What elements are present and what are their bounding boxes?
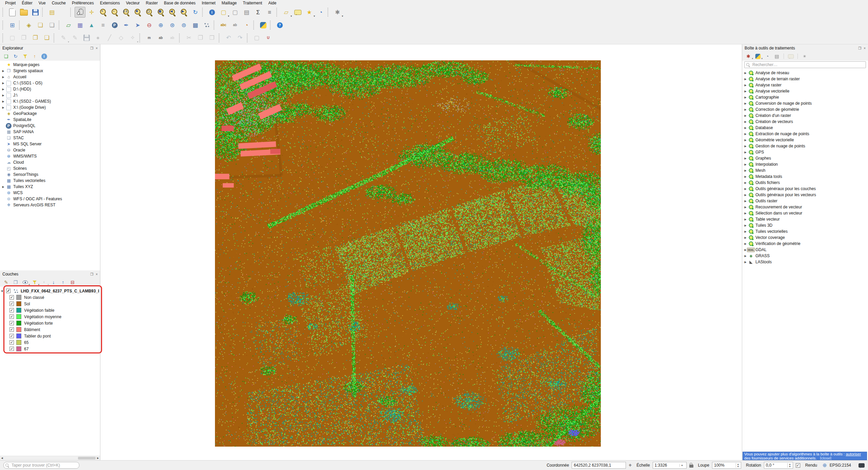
expand-icon[interactable]: ▶ xyxy=(743,169,748,172)
algorithm-group-cartographie[interactable]: ▶Cartographie xyxy=(742,94,868,100)
zoom-last-button[interactable]: ◀ xyxy=(167,7,178,18)
snapping-options-button[interactable]: U xyxy=(263,33,274,43)
statistical-summary-button[interactable]: ≡ xyxy=(264,7,275,18)
add-vector-layer-button[interactable]: ▱ xyxy=(63,20,74,30)
toolbar-grip[interactable] xyxy=(328,8,331,17)
deselect-features-button[interactable]: ▢ xyxy=(230,7,240,18)
class-checkbox[interactable]: ✓ xyxy=(9,340,14,345)
algorithm-group-verification-de-geometrie[interactable]: ▶Vérification de géométrie xyxy=(742,241,868,247)
add-mesh-layer-button[interactable]: ▲ xyxy=(86,20,97,30)
add-polygon-feature-button[interactable]: ◇ xyxy=(116,33,126,43)
browser-item-scenes[interactable]: ◰Scènes xyxy=(0,165,100,171)
toolbar-grip[interactable] xyxy=(2,21,5,29)
browser-item-wcs[interactable]: ⊛WCS xyxy=(0,190,100,196)
browser-item-ms-sql-server[interactable]: ➤MS SQL Server xyxy=(0,141,100,147)
expand-icon[interactable]: ▶ xyxy=(743,181,748,184)
toolbar-grip[interactable] xyxy=(219,34,222,42)
scale-combobox[interactable]: 1:3326 ▾ xyxy=(653,462,687,469)
map-tips-button[interactable] xyxy=(292,7,303,18)
labeling-button[interactable]: abc xyxy=(218,20,229,30)
remove-layer-button[interactable]: ⊟ xyxy=(68,278,77,286)
expand-icon[interactable]: ▶ xyxy=(743,108,748,111)
cut-features-button[interactable]: ✂ xyxy=(183,33,194,43)
algorithm-group-outils-generaux-pour-les-vecteurs[interactable]: ▶Outils généraux pour les vecteurs xyxy=(742,192,868,198)
expand-icon[interactable]: ▶ xyxy=(1,100,5,103)
add-group-button[interactable]: ❐ xyxy=(12,278,20,286)
browser-item-signets-spatiaux[interactable]: ▶❒Signets spatiaux xyxy=(0,68,100,74)
style-manager-button[interactable] xyxy=(58,7,69,18)
browser-item-c-ssd1-os[interactable]: ▶C:\ (SSD1 - OS) xyxy=(0,80,100,86)
legend-class-batiment[interactable]: ✓Bâtiment xyxy=(0,326,100,333)
menu-raster[interactable]: Raster xyxy=(143,0,161,6)
options-button[interactable]: ✱▾ xyxy=(332,7,343,18)
algorithm-group-geometrie-vectorielle[interactable]: ▶Géométrie vectorielle xyxy=(742,137,868,143)
add-postgis-layer-button[interactable]: P xyxy=(109,20,120,30)
expand-icon[interactable]: ▶ xyxy=(1,185,5,188)
expand-icon[interactable]: ▶ xyxy=(1,76,5,79)
browser-item-geopackage[interactable]: ◈GeoPackage xyxy=(0,110,100,117)
expand-icon[interactable]: ▶ xyxy=(743,206,748,209)
add-selected-layers-button[interactable]: ❏ xyxy=(2,52,10,60)
algorithm-group-gdal[interactable]: ▶GDALGDAL xyxy=(742,247,868,253)
expand-icon[interactable]: ▶ xyxy=(1,82,5,85)
expand-icon[interactable]: ▶ xyxy=(743,145,748,148)
expand-icon[interactable]: ▶ xyxy=(743,187,748,190)
add-raster-layer-button[interactable]: ▦ xyxy=(75,20,85,30)
class-checkbox[interactable]: ✓ xyxy=(9,347,14,351)
manage-map-themes-button[interactable]: ▾ xyxy=(21,278,29,286)
toolbar-grip[interactable] xyxy=(179,34,182,42)
algorithm-group-selection-dans-un-vecteur[interactable]: ▶Sélection dans un vecteur xyxy=(742,210,868,216)
new-print-layout-button[interactable]: ▤ xyxy=(46,7,57,18)
toolbar-grip[interactable] xyxy=(19,21,22,29)
refresh-map-button[interactable]: ↻ xyxy=(190,7,201,18)
current-edits-button[interactable]: ✎▾ xyxy=(58,33,69,43)
expand-icon[interactable]: ▶ xyxy=(743,242,748,245)
new-geopackage-button[interactable]: ◈ xyxy=(23,20,34,30)
menu-aide[interactable]: Aide xyxy=(265,0,279,6)
data-source-manager-button[interactable]: ⊞ xyxy=(7,20,18,30)
zoom-out-button[interactable]: − xyxy=(109,7,120,18)
refresh-browser-button[interactable]: ↻ xyxy=(12,52,20,60)
layers-horizontal-scrollbar[interactable]: ◀ ▶ xyxy=(0,456,100,460)
toolbar-grip[interactable] xyxy=(2,8,5,17)
expand-icon[interactable]: ▶ xyxy=(743,90,748,93)
browser-item-cloud[interactable]: ☁Cloud xyxy=(0,159,100,165)
menu-vue[interactable]: Vue xyxy=(36,0,49,6)
new-spatial-bookmark-button[interactable]: ★▾ xyxy=(304,7,315,18)
algorithm-group-graphes[interactable]: ▶Graphes xyxy=(742,155,868,161)
algorithm-group-lastools[interactable]: ▶◣LAStools xyxy=(742,259,868,265)
browser-item-tuiles-vectorielles[interactable]: ▦Tuiles vectorielles xyxy=(0,178,100,184)
new-shapefile-button[interactable]: ❏ xyxy=(35,20,46,30)
toggle-editing-button[interactable]: ✎ xyxy=(70,33,80,43)
scroll-left-icon[interactable]: ◀ xyxy=(0,457,4,459)
algorithm-group-vector-coverage[interactable]: ▶Vector coverage xyxy=(742,234,868,241)
algorithm-group-grass[interactable]: ▶◈GRASS xyxy=(742,253,868,259)
browser-item-wfs-ogc-api-features[interactable]: ⊚WFS / OGC API - Features xyxy=(0,196,100,202)
class-checkbox[interactable]: ✓ xyxy=(9,314,14,319)
undo-button[interactable]: ↶ xyxy=(223,33,234,43)
new-temporary-scratch-layer-button[interactable]: ❏ xyxy=(46,20,57,30)
browser-item-x-google-drive[interactable]: ▶X:\ (Google Drive) xyxy=(0,104,100,110)
browser-item-serveurs-arcgis-rest[interactable]: ❖Serveurs ArcGIS REST xyxy=(0,202,100,208)
map-canvas-area[interactable] xyxy=(100,44,742,460)
legend-class-vegetation-moyenne[interactable]: ✓Végétation moyenne xyxy=(0,313,100,320)
toolbar-grip[interactable] xyxy=(42,8,45,17)
menu-projet[interactable]: Projet xyxy=(2,0,19,6)
add-xyz-layer-button[interactable]: ▩ xyxy=(190,20,201,30)
legend-class-tablier-du-pont[interactable]: ✓Tablier du pont xyxy=(0,333,100,339)
zoom-next-button[interactable]: ▶ xyxy=(178,7,189,18)
layer-labeling-options-button[interactable]: ab xyxy=(230,20,240,30)
add-wcs-layer-button[interactable]: ⊛ xyxy=(167,20,178,30)
expand-icon[interactable]: ▶ xyxy=(743,230,748,233)
algorithm-group-interpolation[interactable]: ▶Interpolation xyxy=(742,161,868,167)
filter-legend-button[interactable]: ▾ xyxy=(31,278,39,286)
algorithm-group-correction-de-geometrie[interactable]: ▶Correction de géométrie xyxy=(742,106,868,113)
legend-class-vegetation-faible[interactable]: ✓Végétation faible xyxy=(0,307,100,313)
algorithm-group-conversion-de-nuage-de-points[interactable]: ▶Conversion de nuage de points xyxy=(742,100,868,106)
float-panel-icon[interactable]: ❐ xyxy=(90,46,93,50)
toolbar-grip[interactable] xyxy=(276,8,279,17)
expand-icon[interactable]: ▶ xyxy=(743,163,748,166)
spinner-arrows-icon[interactable]: ▲▼ xyxy=(787,463,791,468)
expand-icon[interactable]: ▶ xyxy=(743,261,748,264)
statusbar-search-input[interactable] xyxy=(11,463,78,468)
